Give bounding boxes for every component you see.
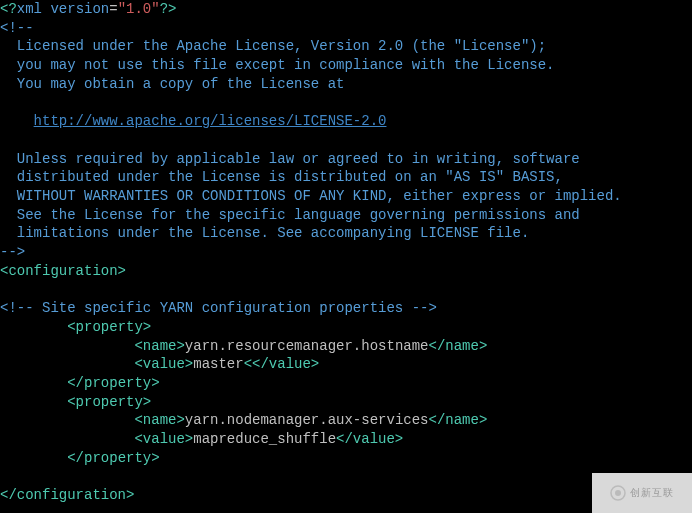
comment-close: -->	[0, 244, 25, 260]
site-comment: <!-- Site specific YARN configuration pr…	[0, 300, 437, 316]
prop2-name: yarn.nodemanager.aux-services	[185, 412, 429, 428]
indent	[0, 431, 134, 447]
license-7: See the License for the specific languag…	[0, 207, 580, 223]
license-8: limitations under the License. See accom…	[0, 225, 529, 241]
name-close: </name>	[428, 338, 487, 354]
xml-open: <?	[0, 1, 17, 17]
property-close: </property>	[67, 375, 159, 391]
logo-icon	[610, 485, 626, 501]
value-close: </value>	[336, 431, 403, 447]
svg-point-1	[615, 490, 621, 496]
indent	[0, 338, 134, 354]
indent	[0, 375, 67, 391]
xml-attr: version	[50, 1, 109, 17]
indent	[0, 356, 134, 372]
lt: <	[244, 356, 252, 372]
property-open: <property>	[67, 394, 151, 410]
watermark-badge: 创新互联	[592, 473, 692, 513]
license-2: you may not use this file except in comp…	[0, 57, 555, 73]
indent	[0, 319, 67, 335]
name-close: </name>	[428, 412, 487, 428]
prop1-name: yarn.resourcemanager.hostname	[185, 338, 429, 354]
license-3: You may obtain a copy of the License at	[0, 76, 344, 92]
xml-name: xml	[17, 1, 42, 17]
value-open: <value>	[134, 431, 193, 447]
name-open: <name>	[134, 338, 184, 354]
configuration-open: <configuration>	[0, 263, 126, 279]
license-1: Licensed under the Apache License, Versi…	[0, 38, 546, 54]
indent	[0, 394, 67, 410]
configuration-close: </configuration>	[0, 487, 134, 503]
value-open: <value>	[134, 356, 193, 372]
xml-val: "1.0"	[118, 1, 160, 17]
indent	[0, 412, 134, 428]
license-url[interactable]: http://www.apache.org/licenses/LICENSE-2…	[34, 113, 387, 129]
property-close: </property>	[67, 450, 159, 466]
xml-close: ?>	[160, 1, 177, 17]
license-5: distributed under the License is distrib…	[0, 169, 563, 185]
code-block: <?xml version="1.0"?> <!-- Licensed unde…	[0, 0, 692, 505]
name-open: <name>	[134, 412, 184, 428]
prop1-value: master	[193, 356, 243, 372]
comment-open: <!--	[0, 20, 34, 36]
url-indent	[0, 113, 34, 129]
license-4: Unless required by applicable law or agr…	[0, 151, 580, 167]
watermark-text: 创新互联	[630, 484, 674, 503]
eq: =	[109, 1, 117, 17]
license-6: WITHOUT WARRANTIES OR CONDITIONS OF ANY …	[0, 188, 622, 204]
indent	[0, 450, 67, 466]
property-open: <property>	[67, 319, 151, 335]
value-close-short: </value>	[252, 356, 319, 372]
prop2-value: mapreduce_shuffle	[193, 431, 336, 447]
